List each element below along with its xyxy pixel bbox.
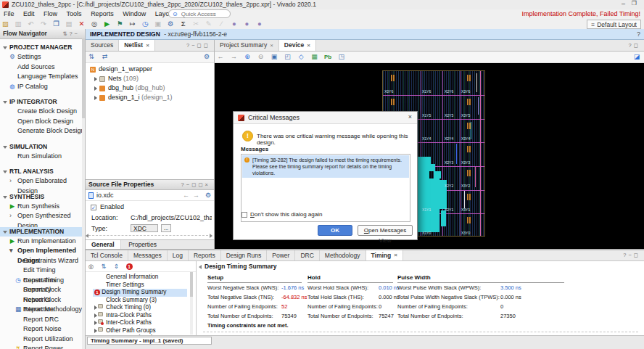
sidebar-item-report-clock-interaction[interactable]: Report Clock Interaction [0,295,85,305]
layout-selector[interactable]: ≡ Default Layout [587,20,641,29]
collapse-all-icon[interactable]: ⇅ [86,52,97,62]
netlist-dbg-hub-row[interactable]: dbg_hub (dbg_hub) [88,83,214,93]
sidebar-item-run-simulation[interactable]: Run Simulation [0,152,85,162]
panel-controls[interactable]: ?−◻ [623,250,640,260]
close-icon[interactable]: × [270,40,273,51]
sidebar-item-open-elaborated-design[interactable]: ›Open Elaborated Design [0,176,85,186]
timer-icon[interactable]: ◷ [140,18,151,29]
dialog-title-bar[interactable]: Critical Messages × [234,112,417,124]
panel-controls[interactable]: ?−◻◻× [181,180,210,189]
sidebar-item-report-power[interactable]: ↯Report Power [0,344,85,349]
expander-icon[interactable] [94,329,97,333]
tab-drc[interactable]: DRC [295,250,319,260]
copy-icon[interactable]: ❐ [51,18,62,29]
type-value-field[interactable]: XDC [131,224,158,232]
expander-icon[interactable] [94,321,97,325]
zoom-fit-icon[interactable]: ▣ [268,52,280,62]
edit-icon[interactable]: ✎ [203,18,214,29]
sidebar-item-report-noise[interactable]: Report Noise [0,324,85,334]
zoom-selection-icon[interactable]: ◰ [282,52,294,62]
sidebar-item-report-clock-networks[interactable]: Report Clock Networks [0,285,85,295]
gear-icon[interactable]: ⚙ [205,190,211,200]
theme-icon-3[interactable]: ● [254,18,265,29]
forward-icon[interactable]: → [228,52,240,62]
sidebar-item-language-templates[interactable]: Language Templates [0,72,85,82]
cut-icon[interactable]: ✂ [191,18,202,29]
ok-button[interactable]: OK [318,225,352,236]
search-icon[interactable]: ◎ [86,261,96,271]
close-icon[interactable]: × [307,40,310,51]
sidebar-item-run-implementation[interactable]: ▶Run Implementation [0,237,85,247]
run-icon[interactable]: ▶ [102,18,112,29]
sidebar-item-report-methodology[interactable]: ▦Report Methodology [0,305,85,315]
step-icon[interactable]: ↦ [127,18,138,29]
settings-icon[interactable]: ⚙ [165,18,176,29]
sidebar-item-create-block-design[interactable]: Create Block Design [0,107,85,117]
menu-window[interactable]: Window [119,9,149,18]
panel-controls[interactable]: ?−◻◻ [186,40,210,51]
back-icon[interactable]: ← [183,190,189,200]
tab-general[interactable]: General [86,240,121,249]
dont-show-label[interactable]: Don't show this dialog again [250,211,322,218]
browse-button[interactable]: ... [161,224,171,232]
horizontal-scrollbar[interactable] [203,332,638,332]
timing-tree-other-path-groups[interactable]: Other Path Groups [106,327,156,335]
slash-icon[interactable]: ∕ [216,18,227,29]
tab-reports[interactable]: Reports [189,250,221,260]
menu-edit[interactable]: Edit [20,9,38,18]
routing-resources-icon[interactable]: ▦ [309,52,321,62]
sidebar-item-edit-timing-constraints[interactable]: Edit Timing Constraints [0,266,85,276]
wpws-value[interactable]: 3.500 ns [500,283,521,292]
autofit-selection-icon[interactable]: ◇ [295,52,307,62]
cell-draw-icon[interactable]: ◳ [336,52,347,62]
timing-tree-intra-clock-paths[interactable]: Intra-Clock Paths [106,312,152,320]
open-project-icon[interactable]: ▨ [0,18,11,29]
netlist-design-1-i-row[interactable]: design_1_i (design_1) [88,93,214,102]
timing-tree-design-timing-summary[interactable]: 1 Design Timing Summary [93,289,187,297]
paste-icon[interactable]: ▤ [64,18,75,29]
sidebar-item-open-synthesized-design[interactable]: ›Open Synthesized Design [0,211,85,221]
save-icon[interactable]: ▥ [13,18,24,29]
expander-icon[interactable] [94,96,97,100]
section-rtl-analysis[interactable]: RTL ANALYSIS [0,167,85,176]
draw-pblock-icon[interactable]: Pb [322,52,334,62]
delete-icon[interactable]: ✕ [76,18,87,29]
sidebar-item-settings[interactable]: ⚙Settings [0,52,85,62]
tab-methodology[interactable]: Methodology [320,250,366,260]
menu-tools[interactable]: Tools [63,9,86,18]
expander-icon[interactable] [94,86,97,91]
zoom-in-icon[interactable]: ⊕ [242,52,253,62]
maximize-button[interactable]: ❐ [632,0,637,7]
sidebar-item-constraints-wizard[interactable]: Constraints Wizard [0,256,85,266]
dont-show-checkbox[interactable] [242,212,247,218]
close-icon[interactable]: × [408,113,412,120]
back-icon[interactable]: ← [215,52,226,62]
sidebar-item-report-utilization[interactable]: Report Utilization [0,334,85,345]
minimize-button[interactable]: – [622,0,625,7]
sidebar-item-open-implemented-design[interactable]: ▾Open Implemented Design [0,246,85,256]
expander-icon[interactable]: › [9,211,12,221]
timing-tree-clock-summary[interactable]: Clock Summary (3) [106,297,157,305]
sidebar-item-report-timing-summary[interactable]: ◷Report Timing Summary [0,276,85,286]
quick-access-search[interactable]: ⊙ [168,9,231,18]
section-ip-integrator[interactable]: IP INTEGRATOR [0,97,85,107]
stop-icon[interactable]: ▣ [152,18,163,29]
whs-value[interactable]: 0.010 ns [379,283,400,292]
expander-icon[interactable] [94,77,97,81]
tab-properties[interactable]: Properties [123,240,162,249]
expander-icon[interactable]: › [9,176,12,186]
timing-tree-general-information[interactable]: General Information [106,274,158,282]
flag-icon[interactable]: ⚑ [115,18,125,29]
expand-all-icon[interactable]: ⇄ [99,52,111,62]
tab-design-runs[interactable]: Design Runs [221,250,268,260]
menu-file[interactable]: File [0,9,18,18]
error-filter-icon[interactable]: 1 [126,263,133,270]
redo-icon[interactable]: ↷ [38,18,49,29]
scroll-right-icon[interactable] [210,234,212,238]
sidebar-item-add-sources[interactable]: Add Sources [0,62,85,73]
scroll-left-icon[interactable] [86,234,88,238]
splitter[interactable] [196,261,197,336]
close-icon[interactable]: × [394,250,397,260]
expander-icon[interactable] [94,313,97,318]
panel-controls[interactable]: ?◻ [629,40,640,51]
